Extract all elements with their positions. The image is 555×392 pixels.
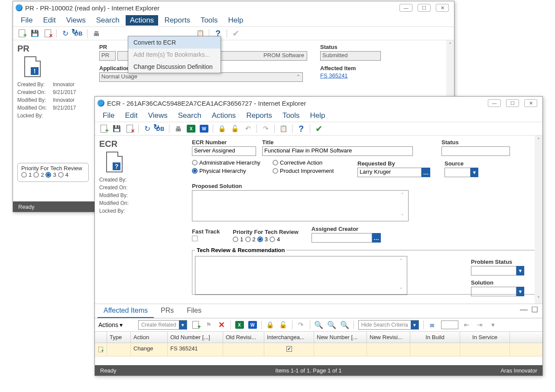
tech-review-field[interactable]: ˄˅ — [195, 256, 407, 295]
maximize-button[interactable]: ☐ — [418, 4, 431, 12]
unlock-icon[interactable]: 🔓 — [279, 321, 288, 329]
proposed-solution-field[interactable]: ˄˅ — [192, 190, 409, 221]
grid-actions-dropdown[interactable]: Actions ▾ — [98, 321, 123, 328]
affected-item-link[interactable]: FS 365241 — [320, 72, 348, 79]
requested-by-picker[interactable]: … — [422, 168, 430, 177]
scroll-down-icon[interactable]: ˅ — [401, 214, 407, 219]
maximize-button[interactable]: ☐ — [506, 99, 519, 107]
fast-track-checkbox[interactable] — [192, 236, 198, 241]
menu-views[interactable]: Views — [62, 15, 90, 26]
chevron-down-icon[interactable]: ▾ — [489, 321, 497, 329]
product-improvement-radio[interactable] — [273, 168, 278, 174]
db-refresh-icon[interactable]: DB — [74, 29, 83, 38]
print-icon[interactable]: 🖶 — [174, 124, 182, 133]
new-icon[interactable] — [99, 124, 108, 133]
promote-icon[interactable]: ↷ — [297, 321, 305, 329]
inter-checkbox[interactable]: ✔ — [286, 346, 292, 352]
done-icon[interactable]: ✔ — [231, 29, 240, 38]
undo-icon[interactable]: ↶ — [243, 124, 252, 133]
admin-hierarchy-radio[interactable] — [192, 160, 198, 165]
menu-reports[interactable]: Reports — [160, 15, 195, 26]
excel-icon[interactable]: X — [235, 321, 244, 329]
cell-in-build[interactable] — [410, 343, 460, 356]
scroll-down-icon[interactable]: ˅ — [537, 296, 540, 302]
refresh-icon[interactable]: ↻ — [143, 124, 152, 133]
menu-file[interactable]: File — [98, 110, 119, 121]
scroll-up-icon[interactable]: ˄ — [400, 258, 406, 264]
cell-action[interactable]: Change — [131, 343, 168, 356]
menu-tools[interactable]: Tools — [196, 15, 222, 26]
print-icon[interactable]: 🖶 — [92, 29, 101, 38]
run-search-icon[interactable]: 🔍 — [315, 321, 323, 329]
delete-row-icon[interactable]: ✕ — [217, 321, 226, 329]
problem-status-combo[interactable]: ▼ — [471, 266, 524, 275]
minimize-button[interactable]: — — [399, 4, 412, 12]
menu-search[interactable]: Search — [92, 15, 124, 26]
excel-icon[interactable]: X — [187, 125, 195, 133]
col-marker[interactable] — [95, 332, 107, 343]
lock-icon[interactable]: 🔒 — [266, 321, 275, 329]
prev-page-icon[interactable]: ⇤ — [463, 321, 471, 329]
scroll-up-icon[interactable]: ˄ — [401, 192, 407, 198]
menu-views[interactable]: Views — [144, 110, 172, 121]
scroll-down-icon[interactable]: ˅ — [400, 287, 406, 293]
refresh-icon[interactable]: ↻ — [61, 29, 70, 38]
pr-titlebar[interactable]: PR - PR-100002 (read only) - Internet Ex… — [13, 1, 454, 14]
redo-icon[interactable]: ↷ — [261, 124, 270, 133]
ecr-titlebar[interactable]: ECR - 261AF36CAC5948E2A7CEA1ACF3656727 -… — [95, 97, 542, 110]
page-size-field[interactable] — [441, 321, 458, 329]
new-icon[interactable] — [17, 29, 26, 38]
save-icon[interactable]: 💾 — [30, 29, 39, 38]
scrollbar[interactable]: ˄˅ — [535, 136, 542, 304]
db-refresh-icon[interactable]: DB — [156, 124, 165, 133]
col-new-revision[interactable]: New Revisi... — [367, 332, 410, 343]
status-field[interactable] — [441, 146, 510, 156]
tab-affected-items[interactable]: Affected Items — [97, 304, 154, 318]
menu-help[interactable]: Help — [224, 15, 248, 26]
pick-related-icon[interactable]: ⚑ — [204, 321, 213, 329]
col-new-number[interactable]: New Number [... — [314, 332, 367, 343]
priority-2-radio[interactable] — [33, 172, 39, 178]
cell-type[interactable] — [107, 343, 131, 356]
col-action[interactable]: Action — [131, 332, 168, 343]
done-icon[interactable]: ✔ — [315, 124, 323, 133]
new-row-icon[interactable] — [191, 321, 200, 329]
delete-icon[interactable] — [43, 29, 52, 38]
tab-files[interactable]: Files — [181, 304, 208, 318]
col-old-revision[interactable]: Old Revisi... — [223, 332, 264, 343]
cell-new-revision[interactable] — [367, 343, 410, 356]
cell-new-number[interactable] — [314, 343, 367, 356]
close-button[interactable]: ✕ — [436, 4, 449, 12]
corrective-action-radio[interactable] — [273, 160, 278, 165]
scroll-up-icon[interactable]: ˄ — [449, 42, 451, 48]
clipboard-icon[interactable]: 📋 — [279, 124, 288, 133]
row-marker[interactable] — [95, 343, 107, 356]
col-interchangeable[interactable]: Interchangea... — [264, 332, 314, 343]
assigned-creator-picker[interactable]: … — [372, 233, 381, 243]
hide-search-combo[interactable]: Hide Search Criteria▼ — [358, 320, 419, 330]
tab-prs[interactable]: PRs — [155, 304, 180, 318]
maximize-panel-icon[interactable]: ☐ — [531, 305, 538, 314]
minimize-panel-icon[interactable]: — — [520, 305, 528, 314]
save-icon[interactable]: 💾 — [112, 124, 121, 133]
priority-2-radio[interactable] — [245, 236, 251, 242]
menu-actions[interactable]: Actions — [126, 15, 159, 26]
physical-hierarchy-radio[interactable] — [192, 168, 198, 174]
page-size-icon[interactable]: ≣ — [428, 321, 437, 329]
col-type[interactable]: Type — [107, 332, 131, 343]
scroll-up-icon[interactable]: ˄ — [537, 137, 540, 143]
next-page-icon[interactable]: ⇥ — [476, 321, 484, 329]
solution-combo[interactable]: ▼ — [471, 287, 524, 296]
priority-1-radio[interactable] — [21, 172, 27, 178]
menu-help[interactable]: Help — [306, 110, 330, 121]
cell-interchangeable[interactable]: ✔ — [264, 343, 314, 356]
priority-1-radio[interactable] — [233, 236, 238, 242]
dropdown-convert-ecr[interactable]: Convert to ECR — [128, 36, 221, 49]
col-in-build[interactable]: In Build — [410, 332, 460, 343]
menu-edit[interactable]: Edit — [39, 15, 60, 26]
lock-icon[interactable]: 🔒 — [217, 124, 226, 133]
priority-4-radio[interactable] — [58, 172, 64, 178]
word-icon[interactable]: W — [200, 125, 208, 133]
title-field[interactable]: Functional Flaw in PROM Software — [262, 146, 413, 156]
clear-search-icon[interactable]: 🔍 — [328, 321, 336, 329]
